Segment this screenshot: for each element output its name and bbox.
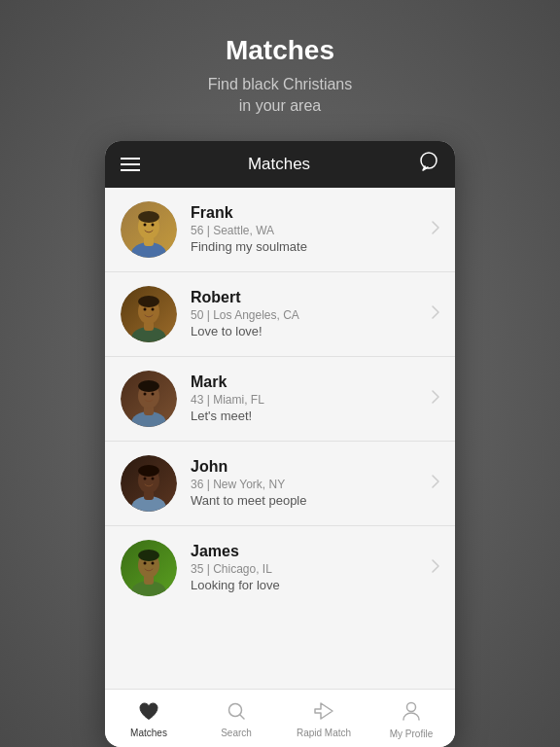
search-tab-icon [227,701,246,726]
match-info-robert: Robert50 | Los Angeles, CALove to love! [191,289,424,338]
match-item-frank[interactable]: Frank56 | Seattle, WAFinding my soulmate [105,188,455,272]
svg-line-42 [240,715,244,719]
tab-matches[interactable]: Matches [105,701,192,738]
avatar-james [121,540,177,596]
profile-tab-icon [402,700,421,727]
match-tagline-james: Looking for love [191,578,424,592]
match-info-frank: Frank56 | Seattle, WAFinding my soulmate [191,204,424,254]
avatar-robert [121,286,177,342]
svg-point-22 [138,380,159,392]
match-details-john: 36 | New York, NY [191,478,424,491]
match-details-mark: 43 | Miami, FL [191,393,424,407]
app-card: Matches [105,141,455,747]
match-tagline-john: Want to meet people [191,493,424,508]
svg-point-0 [421,153,437,168]
match-info-mark: Mark43 | Miami, FLLet's meet! [191,374,424,423]
avatar-mark [121,371,177,427]
svg-point-40 [152,561,155,564]
svg-point-14 [138,296,159,307]
svg-point-23 [144,392,147,395]
matches-tab-icon [138,701,159,726]
match-name-john: John [191,458,424,476]
navbar-title: Matches [248,155,310,174]
page-subtitle: Find black Christians in your area [208,74,353,118]
match-item-james[interactable]: James35 | Chicago, ILLooking for love [105,526,455,610]
match-tagline-mark: Let's meet! [191,409,424,423]
tab-my-profile[interactable]: My Profile [368,700,455,739]
avatar-john [121,455,177,512]
match-item-john[interactable]: John36 | New York, NYWant to meet people [105,442,455,526]
match-item-mark[interactable]: Mark43 | Miami, FLLet's meet! [105,357,455,442]
match-name-frank: Frank [191,204,424,222]
rapid-match-tab-label: Rapid Match [297,728,351,738]
svg-point-6 [138,211,159,223]
svg-point-39 [144,561,147,564]
svg-point-30 [138,465,159,477]
chevron-right-icon [432,559,439,577]
match-info-john: John36 | New York, NYWant to meet people [191,458,424,508]
search-tab-label: Search [221,728,252,738]
rapid-match-tab-icon [313,701,334,726]
match-details-james: 35 | Chicago, IL [191,562,424,576]
page-background: Matches Find black Christians in your ar… [0,0,560,747]
match-name-james: James [191,543,424,560]
svg-point-15 [144,307,147,310]
match-name-mark: Mark [191,374,424,391]
match-details-robert: 50 | Los Angeles, CA [191,308,424,322]
svg-marker-43 [315,703,332,719]
svg-point-24 [152,392,155,395]
match-info-james: James35 | Chicago, ILLooking for love [191,543,424,592]
svg-point-44 [407,702,416,711]
bottom-tab-bar: Matches Search Rapid Match [105,689,455,747]
chevron-right-icon [432,221,439,238]
chat-icon[interactable] [418,151,439,177]
avatar-frank [121,201,177,258]
app-navbar: Matches [105,141,455,188]
match-tagline-robert: Love to love! [191,324,424,338]
matches-list: Frank56 | Seattle, WAFinding my soulmate [105,188,455,689]
chevron-right-icon [432,305,439,323]
svg-point-32 [152,477,155,480]
page-title: Matches [208,35,353,66]
svg-point-8 [152,223,155,226]
match-tagline-frank: Finding my soulmate [191,239,424,254]
match-name-robert: Robert [191,289,424,306]
svg-point-16 [152,307,155,310]
svg-point-7 [144,223,147,226]
my-profile-tab-label: My Profile [390,729,433,739]
svg-point-31 [144,477,147,480]
tab-search[interactable]: Search [192,701,280,738]
match-details-frank: 56 | Seattle, WA [191,224,424,237]
matches-tab-label: Matches [130,728,167,738]
match-item-robert[interactable]: Robert50 | Los Angeles, CALove to love! [105,272,455,357]
header-section: Matches Find black Christians in your ar… [208,35,353,118]
menu-icon[interactable] [121,158,140,171]
tab-rapid-match[interactable]: Rapid Match [280,701,368,738]
chevron-right-icon [432,475,439,492]
chevron-right-icon [432,390,439,408]
svg-point-38 [138,550,159,561]
